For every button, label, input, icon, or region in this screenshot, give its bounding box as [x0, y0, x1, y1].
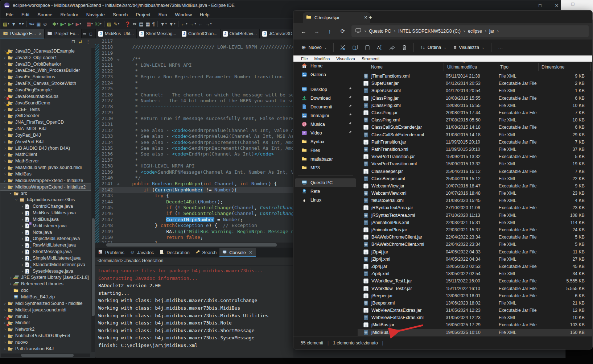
menu-edit[interactable]: Edit — [17, 11, 33, 18]
tree-item-note-java[interactable]: ›JNote.java — [0, 229, 91, 236]
sidebar-item-galleria[interactable]: Galleria — [293, 70, 358, 79]
tree-item-midibus-utilities-java[interactable]: ›JMidiBus_Utilities.java — [0, 210, 91, 216]
sidebar-item-questo-pc[interactable]: Questo PC — [295, 178, 356, 187]
copy-icon[interactable] — [349, 42, 361, 53]
file-row-zip4j-jar[interactable]: Zip4j.jar18/05/2022 02:53Executable Jar … — [358, 263, 592, 270]
fold-marker-icon[interactable]: ⊖ — [116, 57, 121, 62]
tree-item-notifichepushjdguibyerel[interactable]: ›JNotifichePushJDGUIbyErel — [0, 332, 91, 339]
code-line-2117[interactable]: 2117 — [99, 38, 293, 44]
tab-close-icon[interactable]: ✕ — [38, 32, 42, 36]
tab-close-icon[interactable]: ✕ — [364, 15, 367, 20]
tree-item-jna-firsttest-opencd[interactable]: ›JJNA_FirstTest_OpenCD — [0, 119, 91, 125]
chevron-right-icon[interactable]: › — [20, 243, 25, 247]
code-line-2145[interactable]: 2145 if (! SendControlChange(Channel, Co… — [99, 205, 293, 211]
code-line-2118[interactable]: 2118 ///////////////////////////// LOW-L… — [99, 44, 293, 50]
file-row-jzip4j-jar[interactable]: jZip4j.jar04/05/2022 04:33Executable Jar… — [358, 248, 592, 256]
file-row-janimationplus-jar[interactable]: jAnimationPlus.jar22/03/2021 15:37Execut… — [358, 226, 592, 233]
panel-maximize-icon[interactable]: ◻ — [89, 32, 92, 36]
tree-item-javapingexample[interactable]: ›JJavaPingExample — [0, 87, 91, 93]
chevron-right-icon[interactable]: › — [3, 327, 7, 331]
tree-item-simplemidilistener-java[interactable]: ›J▲SimpleMidiListener.java — [0, 255, 91, 261]
chevron-right-icon[interactable]: › — [3, 75, 7, 79]
chevron-right-icon[interactable]: › — [3, 301, 7, 306]
console-tab-problems[interactable]: xProblems — [95, 248, 127, 257]
collapse-all-icon[interactable]: ⊟ — [71, 39, 75, 44]
file-row-webviewextrasextras-xml[interactable]: WebViewExtrasExtras.xml31/05/2024 12:23F… — [358, 314, 592, 321]
toolbar-open-folder-icon[interactable]: ▨ — [106, 20, 112, 28]
code-line-2130[interactable]: 2130 * Return True if message successful… — [99, 116, 293, 121]
chevron-right-icon[interactable]: › — [20, 256, 25, 260]
tree-item-javasounddemo[interactable]: ›J!JavaSoundDemo — [0, 100, 91, 106]
column-divider[interactable] — [444, 63, 444, 71]
chevron-right-icon[interactable]: › — [3, 334, 7, 338]
toolbar-tip-icon[interactable]: ❓ — [124, 20, 132, 28]
tree-item-java3d-objloader1[interactable]: ›JJava3D_ObjLoader1 — [0, 54, 91, 61]
chevron-right-icon[interactable]: › — [3, 172, 7, 176]
tree-item-standardmidilistener-java[interactable]: ›J▲StandardMidiListener.java — [0, 261, 91, 268]
sidebar-item-files[interactable]: Files — [293, 146, 358, 155]
rename-icon[interactable]: A — [374, 42, 386, 53]
menu-refactor[interactable]: Refactor — [57, 11, 82, 18]
chevron-right-icon[interactable]: › — [20, 230, 25, 235]
menu-window[interactable]: Window — [171, 11, 196, 18]
breadcrumb-item[interactable]: jar — [489, 29, 494, 34]
chevron-right-icon[interactable]: › — [3, 113, 7, 118]
code-line-2138[interactable]: 2138 * HIGH-LEVEL NRPN API — [99, 163, 293, 169]
breadcrumb-item[interactable]: Questo PC — [369, 29, 391, 34]
chevron-right-icon[interactable]: › — [20, 204, 25, 208]
chevron-right-icon[interactable]: › — [20, 249, 25, 254]
file-row-janimationplus-xml[interactable]: jAnimationPlus.xml22/03/2021 15:31File X… — [358, 219, 592, 226]
file-row-jbeeper-xml[interactable]: jBeeper.xml13/06/2023 18:02File XML21 KB — [358, 299, 592, 307]
toolbar-disable-breakpoints-icon[interactable]: ⊘ — [42, 20, 48, 28]
column-divider[interactable] — [590, 63, 591, 71]
code-line-2137[interactable]: 2137 * — [99, 157, 293, 163]
new-tab-button[interactable]: + — [369, 14, 372, 20]
console-tab-declaration[interactable]: Declaration — [157, 248, 192, 257]
file-row-pathtransition-jar[interactable]: PathTransition.jar11/09/2015 20:10Execut… — [358, 138, 592, 146]
file-row-classcallsubextender-xml[interactable]: ClassCallSubExtender.xml31/08/2015 14:18… — [358, 131, 592, 138]
tree-item-mathclient[interactable]: ›JMathClient — [0, 152, 91, 158]
file-row-jtimefunctions-xml[interactable]: jTimeFunctions.xml05/11/2014 21:38File X… — [358, 73, 592, 80]
file-row-jmidibus-jar[interactable]: jMidiBus.jar16/05/2025 17:29Executable J… — [358, 321, 592, 328]
toolbar-forward-icon[interactable]: →▾ — [189, 20, 197, 28]
toolbar-run-icon[interactable]: ▶▾ — [59, 20, 67, 28]
tree-item-midibus[interactable]: ›JMidiBus — [0, 171, 91, 177]
toolbar-coverage-icon[interactable]: ▦▾ — [86, 20, 94, 28]
tree-item-jcef-tests[interactable]: ›JJCEF_Tests — [0, 106, 91, 113]
tree-vertical-scrollbar[interactable] — [91, 48, 95, 352]
file-row-jmidibus-xml[interactable]: jMidiBus.xml19/05/2025 10:10File XML150 … — [358, 329, 592, 336]
menu-navigate[interactable]: Navigate — [82, 11, 109, 18]
file-row-vworkflow-test2-jar[interactable]: VWorkflow_Test2.jar15/11/2022 16:10Execu… — [358, 285, 592, 292]
toolbar-save-all-icon[interactable]: ▼▼ — [17, 20, 25, 28]
code-line-2141[interactable]: 2141⊖ public Boolean BeginNrpn(int Chann… — [99, 181, 293, 187]
chevron-right-icon[interactable]: › — [3, 55, 7, 60]
tree-item-midibuswrapperextend-initialize2[interactable]: ›JMidibusWrapperExtend - Initialize2 — [0, 184, 91, 190]
explorer-tab[interactable]: C:\eclipse\jar ✕ — [303, 12, 370, 23]
explorer-menu-strumenti[interactable]: Strumenti — [358, 57, 383, 61]
chevron-right-icon[interactable]: › — [3, 340, 7, 344]
sidebar-item-syntax[interactable]: Syntax — [293, 137, 358, 146]
code-line-2146[interactable]: 2146 if (! SendControlChange(Channel, Co… — [99, 211, 293, 216]
chevron-right-icon[interactable]: › — [3, 146, 7, 150]
explorer-menu-modifica[interactable]: Modifica — [311, 57, 333, 61]
tree-item-midi-synthesized-sound-midifile[interactable]: ›JMidi Synthesized Sound - midifile — [0, 300, 91, 307]
tree-item-jviewport-b4j[interactable]: ›JjViewPort B4J — [0, 138, 91, 145]
tree-item-referenced-libraries[interactable]: ›Referenced Libraries — [0, 281, 91, 287]
editor-tab-orbitbehavi-[interactable]: JOrbitBehavi... — [221, 29, 260, 38]
toolbar-new-wizard-icon[interactable]: ▨▾ — [2, 20, 10, 28]
toolbar-snippets-icon[interactable]: ▤ — [138, 20, 144, 28]
tree-item-lib-audio-b4j-from-b4a-[interactable]: ›JLIB AUDIO B4J (from B4A) — [0, 145, 91, 152]
menu-file[interactable]: File — [2, 11, 17, 18]
delete-icon[interactable] — [398, 42, 411, 53]
file-row-classping-xml[interactable]: ClassPing.xml27/08/2015 05:50File XML10 … — [358, 116, 592, 124]
tree-item-java3d-orbitbehavior[interactable]: ›JJava3D_OrbitBehavior — [0, 61, 91, 67]
code-line-2132[interactable]: 2132 * See also - <code>SendNrpnValue(Ch… — [99, 128, 293, 133]
view-menu-icon[interactable]: ⋮ — [86, 39, 90, 44]
code-line-2124[interactable]: 2124 * — [99, 80, 293, 86]
sidebar-item-rete[interactable]: Rete — [293, 187, 358, 196]
tree-item-jgifdecoder[interactable]: ›JjGifDecoder — [0, 112, 91, 119]
chevron-right-icon[interactable]: › — [20, 224, 25, 228]
up-button[interactable]: ↑ — [323, 28, 336, 34]
file-row-superuser-xml[interactable]: SuperUser.xml04/12/2014 20:54File XML1 K… — [358, 87, 592, 94]
column-divider[interactable] — [538, 63, 539, 71]
